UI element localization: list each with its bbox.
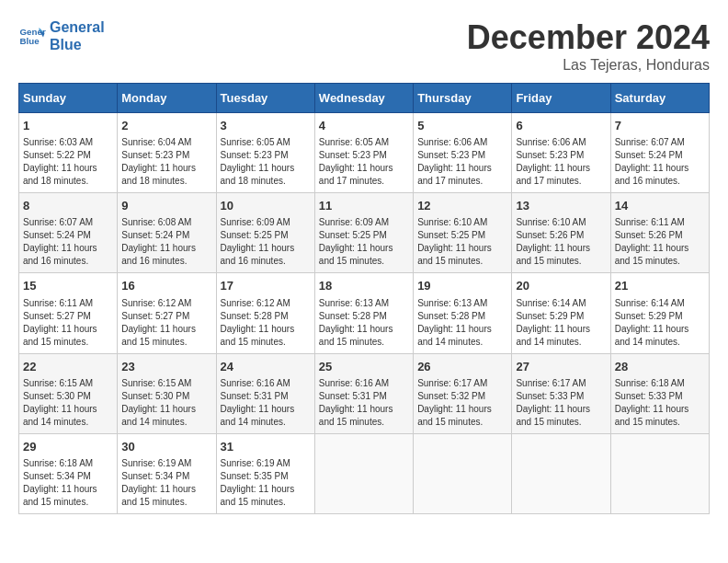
day-number: 14 [615,198,705,214]
day-info: Sunrise: 6:16 AM Sunset: 5:31 PM Dayligh… [221,377,311,429]
calendar-cell: 16Sunrise: 6:12 AM Sunset: 5:27 PM Dayli… [118,273,216,353]
calendar-cell: 25Sunrise: 6:16 AM Sunset: 5:31 PM Dayli… [314,353,413,433]
calendar-cell [610,433,709,513]
day-number: 22 [23,359,113,375]
day-number: 19 [417,278,507,294]
month-title: December 2024 [467,18,710,57]
day-info: Sunrise: 6:09 AM Sunset: 5:25 PM Dayligh… [319,216,409,268]
calendar-header-row: SundayMondayTuesdayWednesdayThursdayFrid… [19,84,710,113]
day-number: 17 [221,278,311,294]
day-number: 25 [319,359,409,375]
day-number: 8 [23,198,113,214]
day-info: Sunrise: 6:14 AM Sunset: 5:29 PM Dayligh… [615,297,705,349]
calendar-cell: 11Sunrise: 6:09 AM Sunset: 5:25 PM Dayli… [314,193,413,273]
day-info: Sunrise: 6:12 AM Sunset: 5:28 PM Dayligh… [221,297,311,349]
day-info: Sunrise: 6:05 AM Sunset: 5:23 PM Dayligh… [319,136,409,188]
calendar-cell: 4Sunrise: 6:05 AM Sunset: 5:23 PM Daylig… [314,113,413,193]
day-number: 24 [221,359,311,375]
title-block: December 2024 Las Tejeras, Honduras [467,18,710,74]
calendar-cell: 17Sunrise: 6:12 AM Sunset: 5:28 PM Dayli… [216,273,314,353]
calendar-cell: 1Sunrise: 6:03 AM Sunset: 5:22 PM Daylig… [19,113,118,193]
calendar-cell: 6Sunrise: 6:06 AM Sunset: 5:23 PM Daylig… [512,113,610,193]
calendar-cell: 12Sunrise: 6:10 AM Sunset: 5:25 PM Dayli… [414,193,512,273]
day-number: 9 [121,198,211,214]
day-number: 1 [23,118,113,134]
calendar-cell: 3Sunrise: 6:05 AM Sunset: 5:23 PM Daylig… [216,113,314,193]
calendar-cell: 31Sunrise: 6:19 AM Sunset: 5:35 PM Dayli… [216,433,314,513]
day-info: Sunrise: 6:17 AM Sunset: 5:33 PM Dayligh… [516,377,606,429]
day-info: Sunrise: 6:13 AM Sunset: 5:28 PM Dayligh… [319,297,409,349]
day-info: Sunrise: 6:09 AM Sunset: 5:25 PM Dayligh… [221,216,311,268]
day-number: 27 [516,359,606,375]
day-info: Sunrise: 6:10 AM Sunset: 5:25 PM Dayligh… [417,216,507,268]
day-number: 30 [121,439,211,455]
day-info: Sunrise: 6:05 AM Sunset: 5:23 PM Dayligh… [221,136,311,188]
calendar-week-3: 15Sunrise: 6:11 AM Sunset: 5:27 PM Dayli… [19,273,710,353]
day-number: 10 [221,198,311,214]
calendar-cell: 15Sunrise: 6:11 AM Sunset: 5:27 PM Dayli… [19,273,118,353]
page-header: General Blue General Blue December 2024 … [18,18,710,74]
day-number: 20 [516,278,606,294]
logo-line1: General [50,18,105,36]
calendar-cell: 30Sunrise: 6:19 AM Sunset: 5:34 PM Dayli… [118,433,216,513]
day-info: Sunrise: 6:19 AM Sunset: 5:35 PM Dayligh… [221,457,311,509]
logo: General Blue General Blue [18,18,105,53]
calendar-cell: 14Sunrise: 6:11 AM Sunset: 5:26 PM Dayli… [610,193,709,273]
day-number: 18 [319,278,409,294]
svg-text:Blue: Blue [20,36,40,46]
day-number: 6 [516,118,606,134]
calendar-cell [314,433,413,513]
header-thursday: Thursday [414,84,512,113]
day-info: Sunrise: 6:07 AM Sunset: 5:24 PM Dayligh… [615,136,705,188]
calendar-cell: 9Sunrise: 6:08 AM Sunset: 5:24 PM Daylig… [118,193,216,273]
header-saturday: Saturday [610,84,709,113]
day-number: 11 [319,198,409,214]
header-tuesday: Tuesday [216,84,314,113]
day-info: Sunrise: 6:04 AM Sunset: 5:23 PM Dayligh… [121,136,211,188]
calendar-cell: 27Sunrise: 6:17 AM Sunset: 5:33 PM Dayli… [512,353,610,433]
calendar-cell: 8Sunrise: 6:07 AM Sunset: 5:24 PM Daylig… [19,193,118,273]
calendar-cell: 28Sunrise: 6:18 AM Sunset: 5:33 PM Dayli… [610,353,709,433]
day-number: 31 [221,439,311,455]
calendar-cell: 21Sunrise: 6:14 AM Sunset: 5:29 PM Dayli… [610,273,709,353]
day-number: 28 [615,359,705,375]
header-monday: Monday [118,84,216,113]
header-friday: Friday [512,84,610,113]
day-info: Sunrise: 6:19 AM Sunset: 5:34 PM Dayligh… [121,457,211,509]
day-number: 26 [417,359,507,375]
day-info: Sunrise: 6:15 AM Sunset: 5:30 PM Dayligh… [23,377,113,429]
calendar-cell [414,433,512,513]
logo-line2: Blue [50,36,105,53]
calendar-cell: 29Sunrise: 6:18 AM Sunset: 5:34 PM Dayli… [19,433,118,513]
day-number: 21 [615,278,705,294]
calendar-cell: 5Sunrise: 6:06 AM Sunset: 5:23 PM Daylig… [414,113,512,193]
day-info: Sunrise: 6:11 AM Sunset: 5:27 PM Dayligh… [23,297,113,349]
day-info: Sunrise: 6:18 AM Sunset: 5:33 PM Dayligh… [615,377,705,429]
calendar-cell: 2Sunrise: 6:04 AM Sunset: 5:23 PM Daylig… [118,113,216,193]
calendar-cell: 7Sunrise: 6:07 AM Sunset: 5:24 PM Daylig… [610,113,709,193]
header-wednesday: Wednesday [314,84,413,113]
day-info: Sunrise: 6:08 AM Sunset: 5:24 PM Dayligh… [121,216,211,268]
day-info: Sunrise: 6:06 AM Sunset: 5:23 PM Dayligh… [417,136,507,188]
day-info: Sunrise: 6:07 AM Sunset: 5:24 PM Dayligh… [23,216,113,268]
day-info: Sunrise: 6:10 AM Sunset: 5:26 PM Dayligh… [516,216,606,268]
day-info: Sunrise: 6:18 AM Sunset: 5:34 PM Dayligh… [23,457,113,509]
calendar-week-4: 22Sunrise: 6:15 AM Sunset: 5:30 PM Dayli… [19,353,710,433]
calendar-cell: 18Sunrise: 6:13 AM Sunset: 5:28 PM Dayli… [314,273,413,353]
location: Las Tejeras, Honduras [467,57,710,74]
calendar-week-5: 29Sunrise: 6:18 AM Sunset: 5:34 PM Dayli… [19,433,710,513]
calendar-cell: 24Sunrise: 6:16 AM Sunset: 5:31 PM Dayli… [216,353,314,433]
day-info: Sunrise: 6:12 AM Sunset: 5:27 PM Dayligh… [121,297,211,349]
day-info: Sunrise: 6:16 AM Sunset: 5:31 PM Dayligh… [319,377,409,429]
day-info: Sunrise: 6:11 AM Sunset: 5:26 PM Dayligh… [615,216,705,268]
day-info: Sunrise: 6:14 AM Sunset: 5:29 PM Dayligh… [516,297,606,349]
day-info: Sunrise: 6:06 AM Sunset: 5:23 PM Dayligh… [516,136,606,188]
calendar-cell: 20Sunrise: 6:14 AM Sunset: 5:29 PM Dayli… [512,273,610,353]
logo-icon: General Blue [18,22,46,50]
day-number: 2 [121,118,211,134]
calendar-cell: 19Sunrise: 6:13 AM Sunset: 5:28 PM Dayli… [414,273,512,353]
calendar-cell [512,433,610,513]
calendar-cell: 22Sunrise: 6:15 AM Sunset: 5:30 PM Dayli… [19,353,118,433]
calendar-cell: 13Sunrise: 6:10 AM Sunset: 5:26 PM Dayli… [512,193,610,273]
calendar-week-1: 1Sunrise: 6:03 AM Sunset: 5:22 PM Daylig… [19,113,710,193]
